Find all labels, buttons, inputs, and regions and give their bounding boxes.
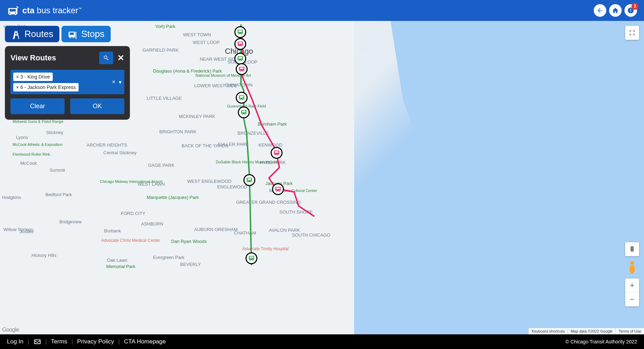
route-chip[interactable]: ×6 - Jackson Park Express: [13, 83, 79, 91]
bus-stop-icon: [68, 30, 78, 38]
chip-remove-icon[interactable]: ×: [16, 84, 19, 90]
svg-rect-2: [630, 12, 631, 12]
fullscreen-button[interactable]: [625, 26, 639, 40]
zoom-out-button[interactable]: −: [625, 292, 639, 306]
login-link[interactable]: Log In: [7, 338, 23, 345]
route-chip[interactable]: ×3 - King Drive: [13, 73, 53, 81]
view-routes-panel: View Routes ✕ ×3 - King Drive×6 - Jackso…: [5, 46, 130, 120]
dropdown-caret-icon[interactable]: ▾: [119, 79, 122, 86]
bus-marker-green[interactable]: [234, 26, 246, 38]
tab-stops-label: Stops: [81, 29, 104, 39]
traffic-button[interactable]: [625, 242, 639, 256]
bus-logo-icon: [7, 6, 20, 15]
panel-close-button[interactable]: ✕: [117, 53, 124, 63]
mail-icon[interactable]: [34, 339, 41, 344]
bus-marker-green[interactable]: [243, 174, 255, 186]
route-multiselect[interactable]: ×3 - King Drive×6 - Jackson Park Express…: [10, 70, 124, 94]
terms-link[interactable]: Terms: [51, 338, 67, 345]
brand-text: cta bus tracker™: [22, 6, 82, 15]
bus-marker-green[interactable]: [234, 53, 246, 65]
home-button[interactable]: [609, 4, 622, 17]
zoom-control: + −: [625, 279, 639, 306]
alert-count-badge: 3: [631, 3, 638, 10]
header-actions: 3: [594, 4, 637, 17]
tab-stops[interactable]: Stops: [61, 26, 111, 42]
zoom-in-button[interactable]: +: [625, 279, 639, 292]
chip-label: 6 - Jackson Park Express: [20, 84, 76, 90]
tab-routes[interactable]: Routes: [5, 26, 59, 42]
chip-remove-icon[interactable]: ×: [16, 74, 19, 80]
brand-logo: cta bus tracker™: [7, 6, 82, 15]
app-footer: Log In | | Terms | Privacy Policy | CTA …: [0, 334, 644, 349]
back-button[interactable]: [594, 4, 606, 17]
google-logo: Google: [2, 327, 19, 333]
map-data-label: Map data ©2022 Google: [568, 328, 615, 334]
app-header: cta bus tracker™ 3: [0, 0, 644, 21]
map[interactable]: Chicago elrose ParkVoň) ParkWEST TOWNGAR…: [0, 21, 644, 334]
panel-search-button[interactable]: [99, 52, 113, 64]
svg-point-3: [630, 261, 634, 265]
mode-tabs: Routes Stops: [5, 26, 111, 42]
map-controls: + −: [625, 242, 639, 306]
copyright: © Chicago Transit Authority 2022: [565, 339, 637, 344]
clear-button[interactable]: Clear: [10, 98, 65, 114]
road-icon: [11, 30, 21, 38]
clear-selection-x[interactable]: ×: [112, 79, 115, 85]
bus-marker-pink[interactable]: [234, 38, 246, 50]
bus-marker-green[interactable]: [236, 92, 248, 104]
tab-routes-label: Routes: [24, 29, 53, 39]
ok-button[interactable]: OK: [70, 98, 124, 114]
terms-of-use-link[interactable]: Terms of Use: [615, 328, 644, 334]
streetview-pegman[interactable]: [627, 260, 638, 274]
privacy-link[interactable]: Privacy Policy: [77, 338, 114, 345]
svg-rect-1: [630, 9, 631, 11]
bus-marker-pink[interactable]: [236, 63, 248, 75]
chip-label: 3 - King Drive: [20, 74, 50, 80]
cta-homepage-link[interactable]: CTA Homepage: [124, 338, 166, 345]
map-attribution: Keyboard shortcuts Map data ©2022 Google…: [528, 328, 644, 334]
keyboard-shortcuts-link[interactable]: Keyboard shortcuts: [528, 328, 568, 334]
bus-marker-green[interactable]: [238, 106, 250, 118]
bus-marker-pink[interactable]: [272, 183, 284, 195]
bus-marker-pink[interactable]: [271, 147, 283, 159]
panel-title: View Routes: [10, 53, 56, 62]
bus-marker-green[interactable]: [246, 252, 257, 264]
alerts-button[interactable]: 3: [624, 4, 637, 17]
